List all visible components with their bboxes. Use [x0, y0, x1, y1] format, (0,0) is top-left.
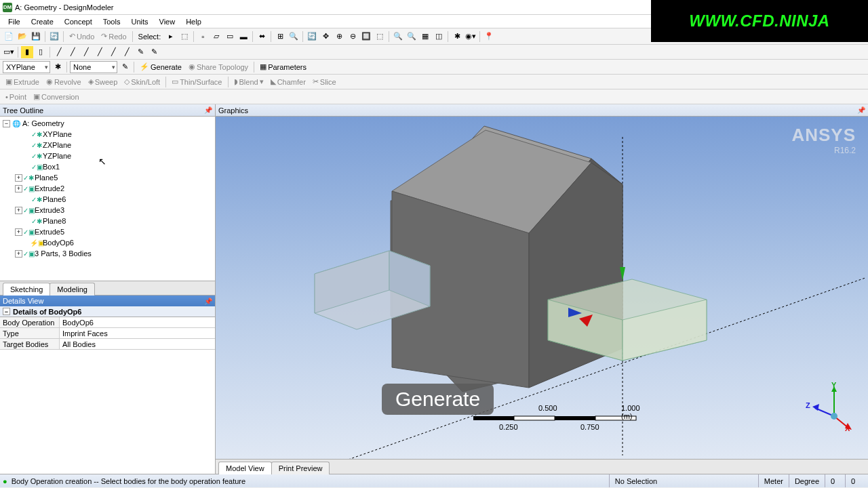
tree-item-bodyop6[interactable]: ⚡▣BodyOp6 — [0, 237, 215, 248]
menu-concept[interactable]: Concept — [59, 18, 98, 26]
new-icon[interactable]: 📄 — [3, 30, 15, 43]
menu-units[interactable]: Units — [125, 18, 153, 26]
tree-item-yzplane[interactable]: ✓✱YZPlane — [0, 150, 215, 161]
collapse-icon[interactable]: − — [3, 120, 10, 127]
pin-icon[interactable]: 📌 — [204, 298, 212, 305]
line2-icon[interactable]: ╱ — [80, 46, 92, 58]
collapse-icon[interactable]: − — [3, 308, 10, 315]
filter-point-icon[interactable]: ▫ — [197, 30, 209, 43]
tree-outline: − 🌐 A: Geometry ✓✱XYPlane ✓✱ZXPlane ✓✱YZ… — [0, 117, 215, 281]
tree-item-xyplane[interactable]: ✓✱XYPlane — [0, 129, 215, 140]
slice-button[interactable]: ✂ Slice — [310, 77, 339, 86]
undo-button[interactable]: ↶ Undo — [66, 32, 97, 41]
look-at-icon[interactable]: ▦ — [419, 30, 431, 43]
status-icon: ● — [3, 477, 7, 485]
select-arrow-icon[interactable]: ▸ — [165, 30, 177, 43]
menu-tools[interactable]: Tools — [98, 18, 126, 26]
redo-button[interactable]: ↷ Redo — [98, 32, 129, 41]
spline-icon[interactable]: ✎ — [134, 46, 146, 58]
tree-item-plane8[interactable]: ✓✱Plane8 — [0, 216, 215, 226]
refresh-icon[interactable]: 🔄 — [48, 30, 60, 43]
iso-view-icon[interactable]: 🔍 — [406, 30, 418, 43]
expand-icon[interactable]: + — [15, 185, 22, 192]
tab-model-view[interactable]: Model View — [218, 462, 272, 474]
boxzoom-icon[interactable]: ⬚ — [374, 30, 386, 43]
filter-face-icon[interactable]: ▭ — [224, 30, 236, 43]
conversion-button[interactable]: ▣ Conversion — [31, 92, 82, 101]
blend-button[interactable]: ◗ Blend ▾ — [231, 77, 267, 86]
menu-view[interactable]: View — [154, 18, 181, 26]
sweep-button[interactable]: ◈ Sweep — [85, 77, 121, 86]
dim-icon[interactable]: ✎ — [148, 46, 160, 58]
prev-view-icon[interactable]: 🔍 — [392, 30, 404, 43]
open-icon[interactable]: 📂 — [16, 30, 28, 43]
menu-create[interactable]: Create — [26, 18, 59, 26]
line-icon[interactable]: ╱ — [53, 46, 65, 58]
new-sketch-icon[interactable]: ✎ — [119, 61, 131, 73]
detail-row[interactable]: TypeImprint Faces — [0, 328, 215, 339]
save-icon[interactable]: 💾 — [30, 30, 42, 43]
view-triad[interactable]: Y X Z — [808, 381, 849, 428]
extrude-button[interactable]: ▣ Extrude — [3, 77, 42, 86]
zoomin-icon[interactable]: ⊕ — [333, 30, 345, 43]
tab-print-preview[interactable]: Print Preview — [271, 462, 330, 474]
ruler-icon[interactable]: ◉▾ — [465, 30, 477, 43]
tree-item-zxplane[interactable]: ✓✱ZXPlane — [0, 140, 215, 150]
detail-row[interactable]: Body OperationBodyOp6 — [0, 317, 215, 328]
plane-dropdown[interactable]: XYPlane — [3, 61, 50, 73]
zoomout-icon[interactable]: ⊖ — [347, 30, 359, 43]
hide-icon[interactable]: ▯ — [35, 46, 47, 58]
filter-edge-icon[interactable]: ▱ — [210, 30, 222, 43]
tree-item-box1[interactable]: ✓▣Box1 — [0, 161, 215, 172]
fit-icon[interactable]: ⊞ — [274, 30, 286, 43]
status-selection: No Selection — [609, 474, 758, 487]
tree-root[interactable]: − 🌐 A: Geometry — [0, 118, 215, 129]
point-button[interactable]: • Point — [3, 93, 29, 101]
tree-item-plane5[interactable]: +✓✱Plane5 — [0, 172, 215, 183]
generate-button[interactable]: ⚡ Generate — [137, 62, 184, 71]
filter-body-icon[interactable]: ▬ — [237, 30, 250, 43]
tab-sketching[interactable]: Sketching — [3, 283, 50, 296]
expand-icon[interactable]: + — [15, 207, 22, 214]
tree-item-parts[interactable]: +✓▣3 Parts, 3 Bodies — [0, 248, 215, 259]
zoom-icon[interactable]: 🔍 — [288, 30, 300, 43]
expand-icon[interactable]: + — [15, 174, 22, 182]
pin-icon[interactable]: 📌 — [857, 106, 865, 114]
expand-icon[interactable]: + — [15, 250, 22, 258]
plane-icon[interactable]: ✱ — [451, 30, 463, 43]
tree-item-plane6[interactable]: ✓✱Plane6 — [0, 194, 215, 205]
scale-bar: 0.500 1.000 (m) 0.250 0.750 — [473, 408, 650, 435]
details-grid: Body OperationBodyOp6 TypeImprint Faces … — [0, 317, 215, 474]
plane-tool-icon[interactable]: ▭▾ — [3, 46, 15, 58]
help-icon[interactable]: 📍 — [483, 30, 495, 43]
expand-icon[interactable]: + — [15, 228, 22, 236]
extend-icon[interactable]: ⬌ — [256, 30, 268, 43]
detail-row[interactable]: Target BodiesAll Bodies — [0, 339, 215, 350]
tree-item-extrude2[interactable]: +✓▣Extrude2 — [0, 183, 215, 194]
revolve-button[interactable]: ◉ Revolve — [43, 77, 84, 86]
parameters-button[interactable]: ▦ Parameters — [257, 62, 309, 71]
display-icon[interactable]: ◫ — [433, 30, 445, 43]
new-plane-icon[interactable]: ✱ — [52, 61, 64, 73]
pin-icon[interactable]: 📌 — [204, 106, 212, 114]
highlight-icon[interactable]: ▮ — [21, 46, 33, 58]
tab-modeling[interactable]: Modeling — [50, 283, 95, 296]
sketch-dropdown[interactable]: None — [70, 61, 117, 73]
arc-icon[interactable]: ╱ — [121, 46, 133, 58]
skin-button[interactable]: ◇ Skin/Loft — [121, 77, 163, 86]
share-topology-button[interactable]: ◉ Share Topology — [186, 62, 251, 71]
thin-button[interactable]: ▭ Thin/Surface — [169, 77, 224, 86]
menu-file[interactable]: File — [3, 18, 26, 26]
zoomfit-icon[interactable]: 🔲 — [360, 30, 372, 43]
chamfer-button[interactable]: ◣ Chamfer — [268, 77, 309, 86]
tree-item-extrude5[interactable]: +✓▣Extrude5 — [0, 226, 215, 237]
tree-item-extrude3[interactable]: +✓▣Extrude3 — [0, 205, 215, 216]
select-box-icon[interactable]: ⬚ — [178, 30, 191, 43]
graphics-viewport[interactable]: ANSYS R16.2 — [216, 117, 868, 459]
rotate-icon[interactable]: 🔄 — [306, 30, 318, 43]
polygon-icon[interactable]: ╱ — [107, 46, 119, 58]
pan-icon[interactable]: ✥ — [319, 30, 332, 43]
polyline-icon[interactable]: ╱ — [94, 46, 106, 58]
tangent-icon[interactable]: ╱ — [66, 46, 79, 58]
menu-help[interactable]: Help — [180, 18, 207, 26]
